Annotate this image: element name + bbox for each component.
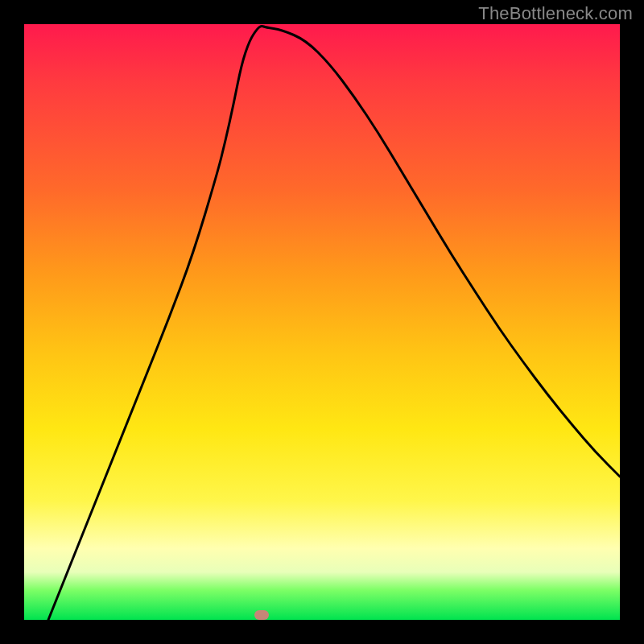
watermark-text: TheBottleneck.com [478,3,633,24]
chart-frame: TheBottleneck.com [0,0,644,644]
plot-area [24,24,620,620]
min-marker [254,610,269,620]
bottleneck-curve [24,24,620,620]
